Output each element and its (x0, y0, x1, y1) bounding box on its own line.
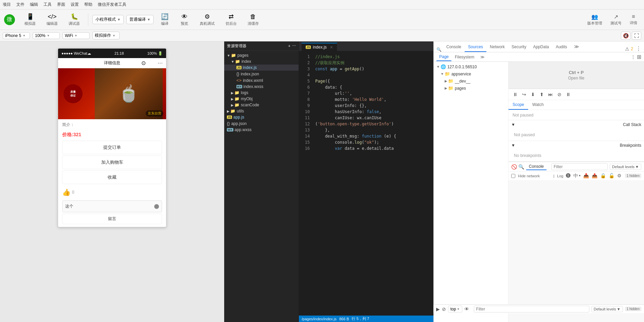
scope-tab[interactable]: Scope (508, 100, 528, 110)
menu-item-tools[interactable]: 工具 (43, 2, 52, 7)
sources-page-tab[interactable]: Page (436, 53, 451, 61)
menu-item-edit[interactable]: 编辑 (30, 2, 38, 7)
console-tab-button[interactable]: Console (526, 163, 547, 170)
console-execute-icon[interactable]: ▶ (436, 306, 440, 312)
test-button[interactable]: ↗ 测试号 (608, 12, 624, 27)
like-icon[interactable]: 👍 (62, 188, 71, 196)
devtab-audits[interactable]: Audits (552, 42, 570, 52)
simulator-button[interactable]: 📱 模拟器 (20, 12, 40, 28)
tree-item-index-wxml[interactable]: <> index.wxml (224, 77, 299, 84)
comment-button[interactable]: 留言 (62, 214, 162, 224)
tree-item-app-js[interactable]: JS app.js (224, 114, 299, 120)
step-over-button[interactable]: ↪ (520, 90, 528, 99)
nav-camera-icon[interactable]: ⊙ (141, 60, 146, 66)
comment-input[interactable]: 这个 (62, 200, 162, 212)
tree-item-logs[interactable]: ▶ 📁 logs (224, 90, 299, 96)
tree-item-utils[interactable]: ▶ 📁 utils (224, 108, 299, 114)
step-out-button[interactable]: ⬆ (538, 90, 546, 99)
continue-button[interactable]: ⏭ (547, 90, 555, 99)
devtools-inspect-icon[interactable]: 🔍 (436, 47, 442, 52)
code-content[interactable]: //index.js //获取应用实例 const app = getApp()… (312, 51, 433, 316)
tab-close-icon[interactable]: × (330, 44, 333, 50)
devtab-console[interactable]: Console (443, 42, 465, 52)
sources-layout-icon[interactable]: ⊞ (637, 54, 641, 60)
sources-options-icon[interactable]: ⋮ (631, 54, 636, 60)
fav-button[interactable]: 收藏 (62, 171, 162, 184)
audio-button[interactable]: 🔇 (621, 32, 630, 40)
console-level-bar[interactable]: Default levels ▼ (591, 306, 623, 312)
mode-select[interactable]: 小程序模式 ▼ (92, 15, 124, 24)
devtab-appdata[interactable]: AppData (530, 42, 552, 52)
pause-button[interactable]: ⏸ (511, 90, 519, 99)
watch-tab[interactable]: Watch (528, 100, 548, 110)
call-stack-section: ▼ Call Stack Not paused (508, 120, 644, 141)
devtools-settings-icon[interactable]: ⋮ (636, 46, 641, 52)
hide-network-checkbox[interactable] (511, 174, 515, 178)
sources-filesystem-tab[interactable]: Filesystem (452, 53, 477, 61)
filter-text[interactable] (554, 164, 605, 169)
devtab-network[interactable]: Network (486, 42, 508, 52)
sources-more-tab[interactable]: ≫ (478, 53, 487, 61)
call-stack-header[interactable]: ▼ Call Stack (508, 120, 644, 129)
console-filter-input[interactable] (476, 307, 587, 311)
pause-on-exception[interactable]: ⏸ (564, 90, 572, 99)
cart-button[interactable]: 加入购物车 (62, 156, 162, 169)
debug-button[interactable]: 🐛 调试器 (65, 12, 84, 28)
menu-item-settings[interactable]: 设置 (71, 2, 79, 7)
menu-item-wechat[interactable]: 微信开发者工具 (98, 2, 126, 7)
tree-item-app-wxss[interactable]: WX app.wxss (224, 127, 299, 133)
step-into-button[interactable]: ⬇ (529, 90, 537, 99)
tree-item-index-js[interactable]: JS index.js (224, 65, 299, 71)
tree-item-scancode[interactable]: ▶ 📁 scanCode (224, 102, 299, 108)
menu-item-file[interactable]: 文件 (16, 2, 24, 7)
console-stop-icon[interactable]: ⊘ (442, 306, 446, 312)
tree-item-index-json[interactable]: {} index.json (224, 71, 299, 77)
menu-item-project[interactable]: 项目 (3, 2, 11, 7)
real-device-button[interactable]: ⚙ 真机调试 (196, 12, 219, 28)
tree-item-app-json[interactable]: {} app.json (224, 120, 299, 127)
file-tree: 资源管理器 + ⋯ ▼ 📁 pages ▼ 📁 (224, 41, 299, 322)
version-manager-button[interactable]: 👥 版本管理 (585, 12, 605, 27)
breakpoints-header[interactable]: ▼ Breakpoints (508, 141, 644, 150)
clear-cache-button[interactable]: 🗑 清缓存 (244, 12, 263, 28)
console-filter-icon[interactable]: 🔍 (518, 164, 524, 169)
devtab-sources[interactable]: Sources (465, 42, 486, 52)
console-level-select[interactable]: Default levels ▼ (610, 164, 641, 170)
compile-button[interactable]: 🔄 编译 (156, 12, 173, 28)
details-button[interactable]: ≡ 详情 (627, 12, 640, 27)
tree-item-pages[interactable]: ▼ 📁 pages (224, 52, 299, 58)
product-food-icon: 🍵 (119, 84, 139, 103)
compile-mode-select[interactable]: 普通编译 ▼ (126, 15, 154, 24)
network-select[interactable]: WiFi ▼ (62, 32, 90, 39)
tree-item-index[interactable]: ▼ 📁 index (224, 58, 299, 65)
console-filter-bar[interactable] (474, 306, 589, 312)
server-root-item[interactable]: ▼ 🌐 127.0.0.1:56510 (434, 63, 508, 70)
device-select[interactable]: iPhone 5 ▼ (3, 32, 30, 39)
server-dev-item[interactable]: ▶ 📁 __dev__ (434, 77, 508, 85)
nav-more-icon[interactable]: ··· (158, 59, 163, 67)
tree-item-myobj[interactable]: ▶ 📁 myObj (224, 96, 299, 102)
tree-item-index-wxss[interactable]: WX index.wxss (224, 84, 299, 90)
console-eye-icon[interactable]: 👁 (464, 306, 469, 312)
more-options-icon[interactable]: ⋯ (292, 44, 296, 48)
devtab-security[interactable]: Security (508, 42, 530, 52)
preview-button[interactable]: 👁 预览 (176, 12, 193, 28)
editor-button[interactable]: </> 编辑器 (42, 12, 62, 28)
deactivate-breakpoints[interactable]: ⊘ (555, 90, 564, 99)
zoom-select[interactable]: 100% ▼ (33, 32, 60, 39)
new-file-icon[interactable]: + (288, 44, 291, 48)
console-clear-icon[interactable]: 🚫 (511, 164, 517, 169)
menu-item-help[interactable]: 帮助 (84, 2, 92, 7)
switch-backend-button[interactable]: ⇄ 切后台 (221, 12, 241, 28)
expand-button[interactable]: ⛶ (632, 32, 641, 40)
warning-count-icon[interactable]: ⚠ (625, 46, 629, 52)
devtab-more[interactable]: ≫ (571, 42, 583, 52)
server-appservice-item[interactable]: ▼ 📁 appservice (434, 70, 508, 77)
console-filter-input[interactable] (551, 163, 608, 170)
top-select[interactable]: top ▼ (448, 306, 462, 312)
menu-item-ui[interactable]: 界面 (57, 2, 65, 7)
action-select[interactable]: 模拟操作 ▼ (92, 32, 120, 39)
server-pages-item[interactable]: ▶ 📁 pages (434, 85, 508, 92)
order-button[interactable]: 提交订单 (62, 141, 162, 154)
editor-tab-index-js[interactable]: JS index.js × (302, 43, 337, 51)
